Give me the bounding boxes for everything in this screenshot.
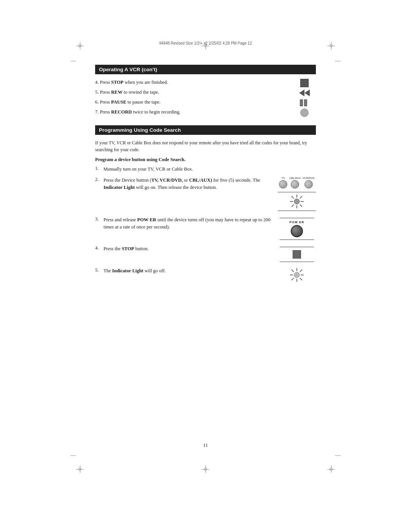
divider-2 xyxy=(278,211,316,211)
step-4-number: 4. xyxy=(95,245,104,251)
svg-line-8 xyxy=(300,196,302,198)
step-2-content: Press the Device button (TV, VCR/DVD, or… xyxy=(104,177,274,191)
vcr-items-list: 4. Press STOP when you are finished. 5. … xyxy=(95,79,316,118)
vcr-item-stop-text: 4. Press STOP when you are finished. xyxy=(95,79,293,86)
main-content: Operating A VCR (con't) 4. Press STOP wh… xyxy=(95,65,316,286)
step-3-content: Press and release POW ER until the devic… xyxy=(104,216,274,231)
svg-line-18 xyxy=(292,278,294,280)
pause-button-icon xyxy=(300,99,309,107)
step-5-content: The Indicator Light will go off. xyxy=(104,267,274,275)
vcr-item-pause-text: 6. Press PAUSE to pause the tape. xyxy=(95,99,293,106)
step-1: 1. Manually turn on your TV, VCR or Cabl… xyxy=(95,166,316,173)
svg-line-17 xyxy=(300,270,302,272)
vcr-item-rew-icon xyxy=(293,89,316,97)
vcrdvd-btn-circle xyxy=(304,180,313,189)
vcr-item-record: 7. Press RECORD twice to begin recording… xyxy=(95,109,316,117)
record-button-icon xyxy=(300,109,309,117)
power-label: POW ER xyxy=(290,220,304,224)
svg-line-6 xyxy=(292,196,294,198)
device-buttons-row: TV CBL/AUX VCR/DVD xyxy=(279,177,314,189)
stop-button-icon xyxy=(300,79,309,87)
cut-mark-right-top xyxy=(335,61,341,61)
divider-6 xyxy=(280,262,314,262)
step-5-image xyxy=(278,267,316,283)
svg-marker-0 xyxy=(304,89,310,96)
vcr-item-record-text: 7. Press RECORD twice to begin recording… xyxy=(95,109,293,116)
vcrdvd-btn: VCR/DVD xyxy=(303,177,315,189)
svg-line-15 xyxy=(292,270,294,272)
cut-mark-right-bottom xyxy=(335,455,341,456)
page-number: 11 xyxy=(203,442,208,448)
section2-intro: If your TV, VCR or Cable Box does not re… xyxy=(95,139,316,153)
section1-header: Operating A VCR (con't) xyxy=(95,65,316,74)
step-5-number: 5. xyxy=(95,267,104,273)
reg-mark-bottom-left xyxy=(76,465,84,473)
vcr-item-record-icon xyxy=(293,109,316,117)
vcr-item-rew: 5. Press REW to rewind the tape. xyxy=(95,89,316,97)
tv-btn: TV xyxy=(279,177,287,189)
cbl-btn-circle xyxy=(291,180,299,189)
svg-marker-1 xyxy=(299,89,304,96)
subsection-title: Program a device button using Code Searc… xyxy=(95,157,316,163)
svg-point-19 xyxy=(294,272,299,278)
step-1-number: 1. xyxy=(95,166,104,171)
cut-mark-left-bottom xyxy=(70,455,76,456)
step-2: 2. Press the Device button (TV, VCR/DVD,… xyxy=(95,177,316,212)
step-5: 5. The Indicator Light will go off. xyxy=(95,267,316,283)
indicator-off-icon xyxy=(289,267,304,283)
tv-btn-circle xyxy=(279,180,287,189)
vcr-item-stop: 4. Press STOP when you are finished. xyxy=(95,79,316,87)
rew-button-icon xyxy=(299,89,310,97)
step-1-content: Manually turn on your TV, VCR or Cable B… xyxy=(104,166,316,173)
steps-list: 1. Manually turn on your TV, VCR or Cabl… xyxy=(95,166,316,283)
section2-title: Programming Using Code Search xyxy=(99,127,181,133)
power-area: POW ER xyxy=(280,216,314,241)
stop-button-img xyxy=(293,250,301,259)
print-header: 94948 Revised Size 1/2¼ x2 2/25/02 4:28 … xyxy=(76,41,335,45)
divider-3 xyxy=(280,218,314,218)
step-4: 4. Press the STOP button. xyxy=(95,245,316,264)
cbl-btn: CBL/AUX xyxy=(289,177,301,189)
cut-mark-left-top xyxy=(70,61,76,61)
vcr-item-pause-icon xyxy=(293,99,316,107)
vcr-item-rew-text: 5. Press REW to rewind the tape. xyxy=(95,89,293,96)
step-3-image: POW ER xyxy=(278,216,316,241)
reg-mark-bottom-center xyxy=(202,465,209,473)
step-4-content: Press the STOP button. xyxy=(104,245,274,252)
vcr-item-stop-icon xyxy=(293,79,316,87)
step-3-number: 3. xyxy=(95,216,104,222)
svg-line-7 xyxy=(300,204,302,207)
step-2-number: 2. xyxy=(95,177,104,182)
vcr-item-pause: 6. Press PAUSE to pause the tape. xyxy=(95,99,316,107)
divider-4 xyxy=(280,240,314,240)
step-3: 3. Press and release POW ER until the de… xyxy=(95,216,316,241)
page: 94948 Revised Size 1/2¼ x2 2/25/02 4:28 … xyxy=(0,0,411,532)
svg-line-16 xyxy=(300,278,302,280)
indicator-light-icon xyxy=(289,194,304,209)
reg-mark-bottom-right xyxy=(327,465,335,473)
divider-5 xyxy=(280,247,314,247)
svg-line-9 xyxy=(292,204,294,207)
divider-1 xyxy=(278,192,316,192)
step-4-image xyxy=(278,245,316,264)
section2-header: Programming Using Code Search xyxy=(95,125,316,135)
power-button-icon xyxy=(291,225,303,237)
section1-title: Operating A VCR (con't) xyxy=(99,67,157,72)
svg-point-10 xyxy=(294,199,299,204)
step-2-image: TV CBL/AUX VCR/DVD xyxy=(278,177,316,212)
